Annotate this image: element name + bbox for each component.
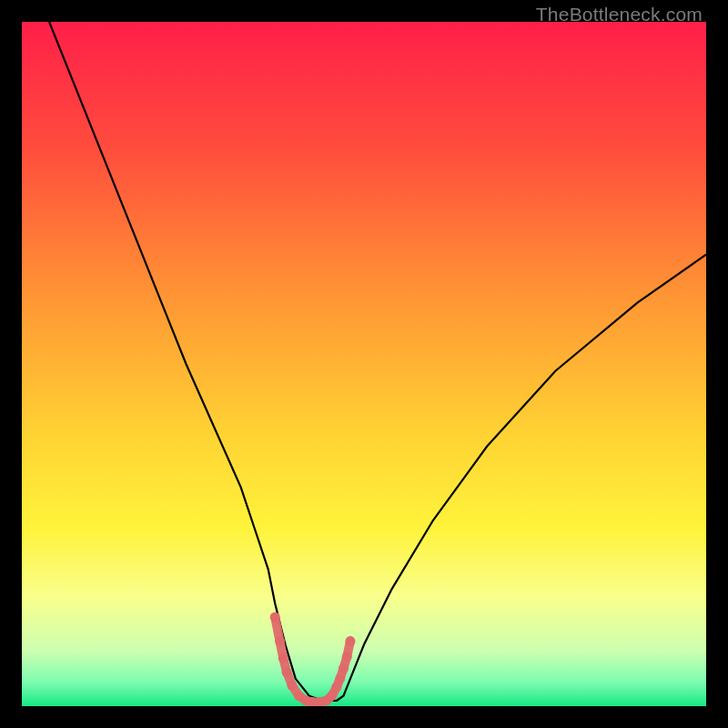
svg-point-3: [282, 667, 292, 677]
bottleneck-chart: [22, 22, 706, 706]
svg-point-13: [339, 663, 349, 673]
chart-frame: [22, 22, 706, 706]
svg-point-10: [327, 691, 337, 701]
svg-point-14: [342, 652, 352, 662]
svg-point-2: [278, 653, 288, 663]
svg-point-15: [345, 636, 355, 646]
svg-point-4: [288, 681, 298, 691]
svg-point-12: [335, 673, 345, 683]
gradient-background: [22, 22, 706, 706]
watermark-text: TheBottleneck.com: [536, 4, 703, 25]
svg-point-0: [270, 612, 280, 622]
svg-point-1: [275, 636, 285, 646]
